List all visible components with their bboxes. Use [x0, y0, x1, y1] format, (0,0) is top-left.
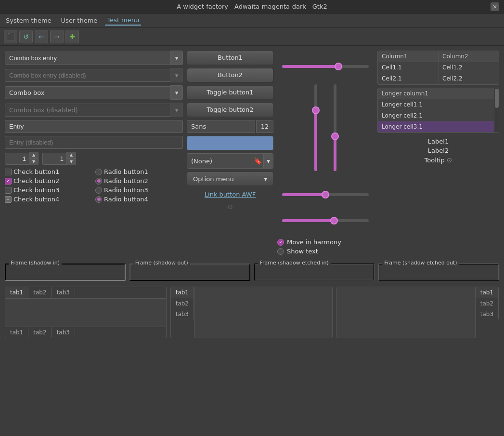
h-slider-2-thumb[interactable]: [322, 191, 329, 198]
right-tab-3[interactable]: tab3: [476, 309, 499, 319]
v-slider-2: [330, 84, 340, 181]
color-picker[interactable]: [187, 136, 273, 150]
toggle-button-1[interactable]: Toggle button1: [187, 85, 273, 100]
right-panel: Column1 Column2 Cell1.1 Cell1.2 Cell2.1 …: [377, 51, 499, 259]
label-2: Label2: [428, 147, 449, 154]
combo-box-dropdown-btn[interactable]: ▾: [170, 85, 183, 100]
toolbar-btn-2[interactable]: ↺: [19, 30, 33, 43]
h-slider-1-thumb[interactable]: [335, 63, 342, 70]
show-text-check[interactable]: [277, 248, 284, 255]
vertical-scrollbar[interactable]: [494, 88, 499, 132]
frame-shadow-out: Frame (shadow out): [129, 264, 250, 283]
check-button-4[interactable]: – Check button4: [5, 196, 92, 203]
longer-list-row-1[interactable]: Longer cell1.1: [378, 99, 494, 110]
show-text-label: Show text: [287, 248, 318, 255]
tree-header: Column1 Column2: [378, 51, 499, 62]
entry-input[interactable]: [5, 120, 183, 133]
radio-button-2[interactable]: Radio button2: [95, 177, 183, 185]
tree-cell-1-2: Cell1.2: [439, 62, 499, 73]
move-harmony-row: ✓ Move in harmony: [277, 238, 374, 246]
toolbar-btn-4[interactable]: →: [50, 30, 64, 43]
cr-row-3: Check button3 Radio button3: [5, 186, 183, 194]
h-slider-1-wrap: [277, 56, 374, 77]
mid-tab-1[interactable]: tab1: [171, 287, 194, 298]
spinner-1-down[interactable]: ▼: [29, 159, 38, 165]
right-tab-1[interactable]: tab1: [476, 287, 499, 298]
main-content: ▾ ▾ Combo box ▾ Combo box (disabled) ▾: [0, 46, 504, 264]
h-slider-2[interactable]: [282, 193, 369, 196]
longer-list-row-3[interactable]: Longer cell3.1: [378, 121, 494, 132]
radio-button-3[interactable]: Radio button3: [95, 186, 183, 194]
h-slider-2-wrap: [277, 185, 374, 205]
v-slider-2-track[interactable]: [334, 84, 336, 171]
spinner-2-up[interactable]: ▲: [67, 152, 76, 159]
toolbar-btn-5[interactable]: ✚: [65, 30, 79, 43]
longer-list-header[interactable]: Longer column1: [378, 88, 494, 99]
radio-label-4: Radio button4: [104, 196, 148, 203]
check-button-2[interactable]: ✓ Check button2: [5, 177, 92, 185]
h-slider-2-fill: [282, 193, 325, 196]
tooltip-icon: ⊙: [447, 156, 452, 164]
radio-button-1[interactable]: Radio button1: [95, 168, 183, 175]
combo-entry-input[interactable]: [5, 52, 170, 65]
option-menu-arrow: ▾: [264, 175, 267, 183]
move-harmony-label: Move in harmony: [287, 238, 341, 246]
menu-user-theme[interactable]: User theme: [59, 16, 100, 25]
right-notebook: tab1 tab2 tab3: [336, 287, 499, 338]
move-harmony-check[interactable]: ✓: [277, 239, 284, 246]
longer-list-row-2[interactable]: Longer cell2.1: [378, 110, 494, 121]
tree-row-2: Cell2.1 Cell2.2: [378, 73, 499, 84]
check-button-3[interactable]: Check button3: [5, 186, 92, 194]
frame-shadow-in-label: Frame (shadow in): [9, 260, 62, 266]
toolbar-icon-1: ⬛: [7, 33, 15, 40]
h-slider-3-thumb[interactable]: [330, 217, 338, 225]
checks-radios: Check button1 Radio button1 ✓ Check butt…: [5, 168, 183, 203]
left-bottom-tab-3[interactable]: tab3: [52, 327, 75, 338]
menu-test-menu[interactable]: Test menu: [105, 15, 141, 26]
spinner-2-input[interactable]: [42, 153, 66, 165]
combo-entry-dropdown-btn[interactable]: ▾: [170, 51, 183, 65]
mid-tab-3[interactable]: tab3: [171, 309, 194, 319]
button-1[interactable]: Button1: [187, 51, 273, 65]
frame-etched-out-border: Frame (shadow etched out): [378, 264, 499, 281]
none-combo-arrow[interactable]: ▾: [263, 154, 273, 168]
button-2[interactable]: Button2: [187, 68, 273, 82]
mid-tab-2[interactable]: tab2: [171, 298, 194, 309]
radio-button-4[interactable]: Radio button4: [95, 196, 183, 203]
toolbar-btn-3[interactable]: ←: [35, 30, 48, 43]
spinner-2-arrows[interactable]: ▲ ▼: [66, 152, 76, 165]
spinner-1-up[interactable]: ▲: [29, 152, 38, 159]
tree-col-1[interactable]: Column1: [378, 51, 439, 62]
spinner-2-down[interactable]: ▼: [67, 159, 76, 165]
v-slider-1-thumb[interactable]: [312, 106, 320, 114]
right-notebook-tabs: tab1 tab2 tab3: [475, 287, 499, 338]
spinner-2-wrap: ▲ ▼: [42, 152, 76, 165]
left-bottom-tab-2[interactable]: tab2: [28, 327, 52, 338]
longer-list-wrap: Longer column1 Longer cell1.1 Longer cel…: [377, 88, 499, 133]
v-slider-2-thumb[interactable]: [331, 132, 339, 140]
dropdown-icon-disabled: ▾: [175, 72, 179, 79]
left-tab-2[interactable]: tab2: [28, 287, 52, 298]
h-slider-1[interactable]: [282, 65, 369, 68]
option-menu-btn[interactable]: Option menu ▾: [187, 172, 273, 186]
spinner-1-arrows[interactable]: ▲ ▼: [29, 152, 39, 165]
left-tab-1[interactable]: tab1: [5, 287, 28, 298]
combo-entry-disabled-input: [5, 69, 170, 82]
close-button[interactable]: ×: [491, 2, 499, 11]
left-bottom-tab-1[interactable]: tab1: [5, 327, 28, 338]
spinner-1-input[interactable]: [5, 153, 29, 165]
check-button-1[interactable]: Check button1: [5, 168, 92, 175]
scrollbar-thumb[interactable]: [495, 89, 499, 108]
h-slider-3[interactable]: [282, 219, 369, 222]
v-slider-1-track[interactable]: [314, 84, 317, 171]
right-tab-2[interactable]: tab2: [476, 298, 499, 309]
menu-system-theme[interactable]: System theme: [4, 16, 53, 25]
combo-box-disabled-row: Combo box (disabled) ▾: [5, 103, 183, 117]
tree-col-2[interactable]: Column2: [439, 51, 499, 62]
toolbar-btn-1[interactable]: ⬛: [4, 30, 17, 43]
link-button[interactable]: Link button AWF: [187, 189, 273, 200]
toggle-button-2[interactable]: Toggle button2: [187, 103, 273, 117]
left-tab-3[interactable]: tab3: [52, 287, 75, 298]
tooltip-row: Tooltip ⊙: [425, 156, 452, 164]
frame-etched-in-label: Frame (shadow etched in): [258, 260, 331, 266]
